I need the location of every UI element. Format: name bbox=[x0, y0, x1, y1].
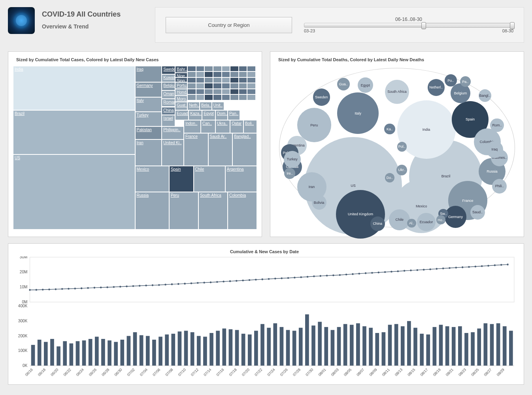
treemap-node[interactable]: India bbox=[13, 66, 135, 110]
treemap-node[interactable]: Roman.. bbox=[162, 99, 175, 107]
treemap-node[interactable]: Argentina bbox=[225, 166, 257, 192]
treemap-node-small[interactable] bbox=[230, 71, 239, 77]
treemap-node-small[interactable] bbox=[222, 71, 230, 77]
treemap-node-small[interactable] bbox=[230, 83, 239, 88]
treemap-node-small[interactable] bbox=[204, 89, 213, 94]
treemap-node[interactable]: Indon.. bbox=[184, 120, 201, 133]
treemap-node-small[interactable] bbox=[247, 89, 256, 94]
bubble-node[interactable]: Al.. bbox=[407, 219, 416, 228]
treemap-node[interactable]: Dom.. bbox=[215, 110, 228, 120]
treemap-node-small[interactable] bbox=[204, 66, 213, 71]
treemap-node[interactable]: Peru bbox=[169, 192, 198, 229]
treemap-node-small[interactable] bbox=[187, 66, 196, 71]
date-range-slider[interactable]: 06-16..08-30 03-23 08-30 bbox=[304, 17, 513, 33]
treemap-node-small[interactable] bbox=[239, 66, 247, 71]
treemap-node[interactable]: Pan.. bbox=[228, 110, 240, 120]
treemap-node-small[interactable] bbox=[213, 77, 222, 83]
treemap-node[interactable]: Colombia bbox=[228, 192, 257, 229]
treemap-node-small[interactable] bbox=[204, 77, 213, 83]
treemap-node-small[interactable] bbox=[222, 77, 230, 83]
treemap-node[interactable]: Hond.. bbox=[175, 89, 187, 96]
bubble-node[interactable]: Ukr.. bbox=[396, 165, 407, 175]
treemap-node-small[interactable] bbox=[187, 94, 196, 100]
treemap-node[interactable]: Ecuad.. bbox=[175, 110, 189, 120]
treemap-node-small[interactable] bbox=[196, 94, 205, 100]
treemap-node-small[interactable] bbox=[213, 66, 222, 71]
treemap-node-small[interactable] bbox=[247, 94, 256, 100]
treemap-node-small[interactable] bbox=[230, 94, 239, 100]
treemap-node[interactable]: Germany bbox=[135, 82, 162, 97]
bubble-node[interactable]: Do.. bbox=[385, 173, 395, 183]
treemap-node-small[interactable] bbox=[230, 89, 239, 94]
bubble-node[interactable]: Bangl.. bbox=[479, 89, 491, 102]
treemap-node-small[interactable] bbox=[204, 71, 213, 77]
treemap-node[interactable]: Sweden bbox=[162, 66, 175, 74]
treemap-node-small[interactable] bbox=[187, 89, 196, 94]
bubble-node[interactable]: Ka.. bbox=[384, 124, 395, 134]
bubble-node[interactable]: Netherl.. bbox=[428, 79, 445, 96]
treemap-node-small[interactable] bbox=[247, 71, 256, 77]
treemap-node-small[interactable] bbox=[213, 94, 222, 100]
treemap-node[interactable]: Russia bbox=[135, 192, 169, 229]
bubble-node[interactable]: Rom.. bbox=[490, 118, 504, 132]
cumulative-new-cases-chart[interactable]: 0M10M20M30M0K100K200K300K400K06/1606/180… bbox=[11, 256, 518, 379]
treemap-node[interactable]: Spain bbox=[169, 166, 194, 192]
treemap-node-small[interactable] bbox=[239, 83, 247, 88]
treemap-node-small[interactable] bbox=[239, 94, 247, 100]
treemap-node-small[interactable] bbox=[247, 77, 256, 83]
treemap-node[interactable]: Sing.. bbox=[175, 77, 187, 82]
treemap-node[interactable]: Israel bbox=[162, 115, 175, 126]
treemap-node[interactable]: South Africa bbox=[198, 192, 228, 229]
treemap-node[interactable]: Mexico bbox=[135, 166, 169, 192]
bubble-node[interactable]: Iraq bbox=[486, 141, 503, 158]
treemap-node-small[interactable] bbox=[196, 89, 205, 94]
treemap-node[interactable]: Iraq bbox=[135, 66, 162, 82]
treemap-node[interactable]: Kuwait bbox=[162, 74, 175, 83]
treemap-node-small[interactable] bbox=[239, 71, 247, 77]
treemap-node-small[interactable] bbox=[196, 71, 205, 77]
treemap-node[interactable]: Belgium bbox=[162, 82, 175, 90]
slider-thumb-end[interactable] bbox=[510, 22, 515, 29]
treemap-node[interactable]: Italy bbox=[135, 97, 162, 112]
bubble-node[interactable]: Ecuador bbox=[417, 213, 436, 231]
treemap-node[interactable]: US bbox=[13, 154, 135, 229]
treemap-node[interactable]: Turkey bbox=[135, 112, 162, 126]
bubble-node[interactable]: Chile bbox=[389, 209, 410, 230]
treemap-node[interactable]: China bbox=[162, 107, 175, 115]
treemap-node[interactable]: Egypt bbox=[202, 110, 215, 120]
treemap-node-small[interactable] bbox=[222, 94, 230, 100]
slider-track[interactable] bbox=[304, 23, 513, 28]
bubble-node[interactable]: United Kingdom bbox=[336, 190, 385, 239]
treemap-node[interactable]: Pakistan bbox=[135, 126, 162, 139]
treemap-node-small[interactable] bbox=[222, 66, 230, 71]
treemap-node-small[interactable] bbox=[239, 77, 247, 83]
treemap-node-small[interactable] bbox=[204, 94, 213, 100]
slider-thumb-start[interactable] bbox=[421, 22, 426, 29]
bubble-node[interactable]: Ho.. bbox=[436, 215, 445, 224]
treemap-node[interactable]: Philippin.. bbox=[162, 126, 184, 139]
treemap-node-small[interactable] bbox=[196, 83, 205, 88]
treemap-node[interactable]: Nige.. bbox=[175, 73, 187, 77]
treemap-node-small[interactable] bbox=[196, 77, 205, 83]
treemap-node[interactable]: United Ki.. bbox=[162, 139, 184, 166]
bubble-node[interactable]: Pa.. bbox=[460, 76, 471, 87]
treemap-node-small[interactable] bbox=[230, 77, 239, 83]
bubble-node[interactable]: Egypt bbox=[358, 77, 373, 93]
treemap-node[interactable]: Guat.. bbox=[175, 102, 187, 110]
treemap-node[interactable]: Kaza.. bbox=[189, 110, 202, 120]
bubble-node[interactable]: Sweden bbox=[313, 88, 330, 105]
treemap-node[interactable]: Can.. bbox=[201, 120, 215, 133]
treemap-node-small[interactable] bbox=[213, 89, 222, 94]
bubble-node[interactable]: Turkey bbox=[284, 151, 301, 168]
treemap-node-small[interactable] bbox=[247, 66, 256, 71]
treemap-node[interactable]: Ukra.. bbox=[215, 120, 230, 133]
bubble-node[interactable]: Ire.. bbox=[284, 168, 295, 179]
bubble-node[interactable]: Po.. bbox=[445, 74, 457, 87]
treemap-node[interactable]: Banglad.. bbox=[232, 133, 257, 166]
treemap-node-small[interactable] bbox=[247, 83, 256, 88]
treemap-node[interactable]: Qatar bbox=[230, 120, 243, 133]
treemap-node[interactable]: Iran bbox=[135, 139, 162, 166]
bubble-node[interactable]: Pol.. bbox=[397, 142, 407, 152]
treemap-node-small[interactable] bbox=[213, 71, 222, 77]
treemap-node[interactable]: Boli.. bbox=[243, 120, 257, 133]
